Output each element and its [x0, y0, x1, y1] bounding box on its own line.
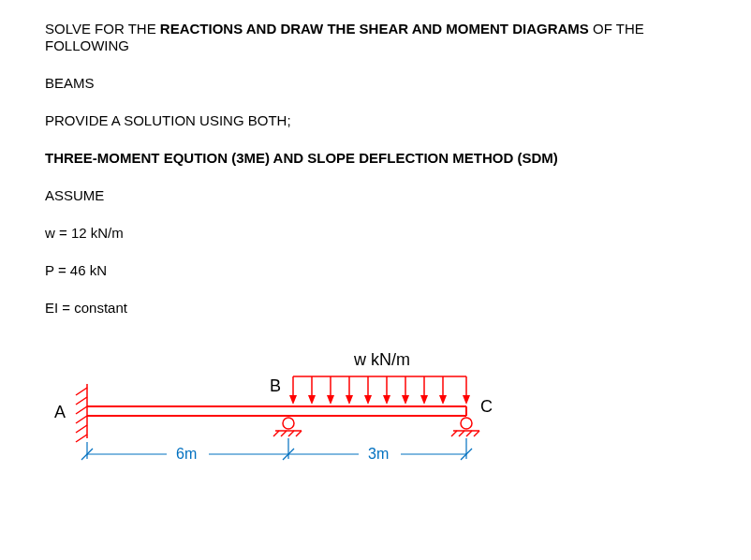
svg-line-33: [273, 431, 279, 436]
text: BEAMS: [45, 75, 95, 91]
svg-line-42: [474, 431, 479, 436]
svg-point-31: [283, 418, 294, 429]
instruction-line-1: SOLVE FOR THE REACTIONS AND DRAW THE SHE…: [45, 21, 706, 54]
roller-support-c: [451, 418, 479, 436]
svg-line-30: [76, 435, 87, 442]
svg-line-28: [76, 416, 87, 423]
label-b: B: [270, 376, 281, 395]
svg-line-39: [451, 431, 457, 436]
svg-marker-11: [289, 395, 297, 405]
problem-page: SOLVE FOR THE REACTIONS AND DRAW THE SHE…: [0, 0, 751, 510]
label-a: A: [54, 403, 66, 421]
distributed-load: [293, 376, 466, 398]
instruction-line-2: BEAMS: [45, 75, 706, 92]
svg-marker-15: [364, 395, 372, 405]
text: THREE-MOMENT EQUTION (3ME) AND SLOPE DEF…: [45, 150, 558, 166]
instruction-line-4: THREE-MOMENT EQUTION (3ME) AND SLOPE DEF…: [45, 150, 706, 167]
svg-marker-17: [402, 395, 409, 405]
fixed-support-a: [76, 384, 87, 442]
svg-marker-13: [327, 395, 334, 405]
span-bc-label: 3m: [368, 446, 389, 462]
beam-body: [87, 406, 466, 416]
svg-point-37: [461, 418, 472, 429]
svg-line-35: [288, 431, 294, 436]
param-w: w = 12 kN/m: [45, 225, 706, 242]
param-p: P = 46 kN: [45, 262, 706, 279]
assume-label: ASSUME: [45, 187, 706, 204]
svg-marker-19: [439, 395, 447, 405]
svg-line-40: [459, 431, 464, 436]
svg-marker-16: [383, 395, 390, 405]
svg-line-36: [296, 431, 302, 436]
beam-diagram: w kN/m: [45, 337, 706, 490]
span-ab-label: 6m: [176, 446, 197, 462]
svg-line-41: [466, 431, 472, 436]
svg-line-25: [76, 388, 87, 395]
text: w = 12 kN/m: [45, 225, 124, 241]
svg-marker-18: [420, 395, 428, 405]
text: P = 46 kN: [45, 262, 107, 278]
roller-support-b: [273, 418, 302, 436]
svg-marker-14: [346, 395, 353, 405]
svg-marker-20: [463, 395, 470, 405]
svg-line-27: [76, 406, 87, 414]
svg-marker-12: [308, 395, 316, 405]
text-bold: REACTIONS AND DRAW THE SHEAR AND MOMENT …: [160, 21, 589, 37]
beam-svg: w kN/m: [45, 337, 532, 487]
load-arrowheads: [289, 395, 470, 405]
svg-line-34: [281, 431, 287, 436]
param-ei: EI = constant: [45, 300, 706, 317]
svg-line-26: [76, 397, 87, 405]
label-c: C: [480, 397, 493, 416]
instruction-line-3: PROVIDE A SOLUTION USING BOTH;: [45, 112, 706, 129]
text: ASSUME: [45, 187, 104, 203]
text: PROVIDE A SOLUTION USING BOTH;: [45, 112, 291, 128]
load-label: w kN/m: [353, 350, 410, 369]
text: SOLVE FOR THE: [45, 21, 160, 37]
svg-line-29: [76, 425, 87, 433]
text: EI = constant: [45, 300, 127, 316]
